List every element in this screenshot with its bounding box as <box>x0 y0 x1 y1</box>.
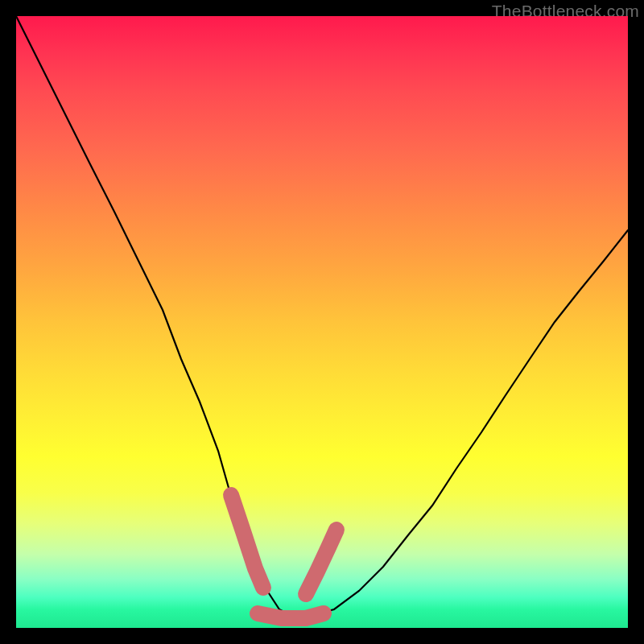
chart-frame: TheBottleneck.com <box>0 0 644 644</box>
curve-layer <box>16 16 628 628</box>
right-marker <box>306 530 336 594</box>
bottleneck-curve <box>16 16 628 616</box>
plot-area <box>16 16 628 628</box>
floor-marker <box>258 613 324 618</box>
left-marker <box>231 495 263 588</box>
